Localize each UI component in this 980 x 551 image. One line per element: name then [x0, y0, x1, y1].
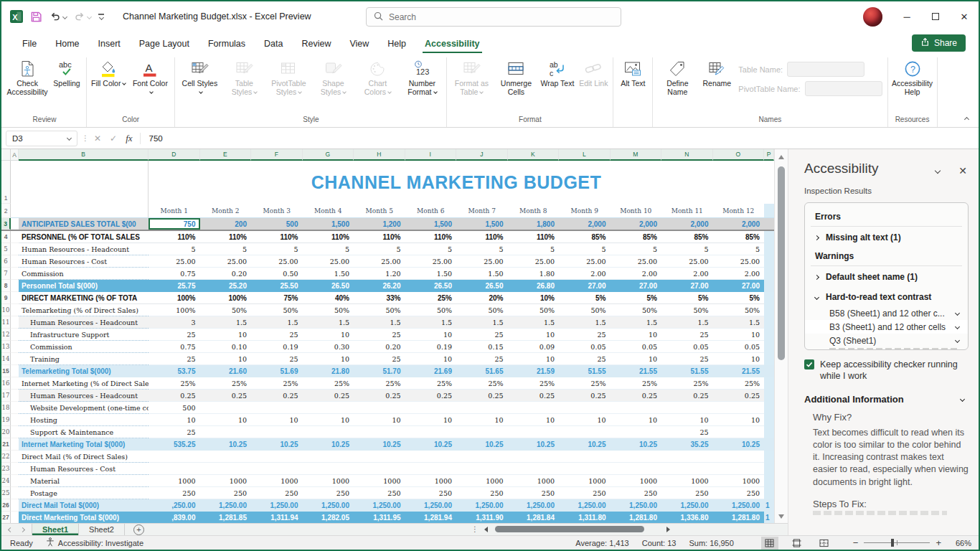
cell[interactable]: 10.25	[611, 438, 662, 451]
cell[interactable]: 1.5	[456, 316, 508, 329]
cell[interactable]	[354, 426, 405, 438]
cell-P18[interactable]	[764, 402, 774, 414]
cell[interactable]: 1.50	[456, 268, 508, 280]
month-header-5[interactable]: Month 5	[354, 204, 405, 218]
cell[interactable]: 1000	[251, 475, 303, 487]
spelling-button[interactable]: abcSpelling	[50, 57, 84, 89]
cell[interactable]: 0.30	[303, 341, 354, 353]
cell[interactable]: 50%	[303, 304, 354, 316]
cell[interactable]: 25	[251, 329, 303, 341]
month-header-1[interactable]: Month 1	[149, 204, 200, 218]
row-header-27[interactable]: 27	[1, 512, 11, 523]
column-header-O[interactable]: O	[713, 149, 765, 161]
cell[interactable]: 25.50	[251, 280, 303, 292]
cell[interactable]: 0.75	[149, 268, 200, 280]
cell[interactable]: 25%	[661, 377, 713, 390]
cell[interactable]: 10	[303, 329, 354, 341]
cell[interactable]: 10	[508, 329, 560, 341]
cell[interactable]	[200, 463, 252, 475]
column-header-F[interactable]: F	[251, 149, 303, 161]
tab-view[interactable]: View	[340, 34, 378, 55]
cell[interactable]: 535.25	[149, 438, 200, 451]
cell[interactable]: 10.25	[713, 438, 765, 451]
cell[interactable]: 0.05	[559, 341, 611, 353]
cell[interactable]	[354, 402, 405, 414]
share-button[interactable]: Share	[912, 34, 966, 52]
row-header-7[interactable]: 7	[1, 268, 11, 280]
column-header-P[interactable]: P	[764, 149, 774, 161]
error-item-missing-alt-text[interactable]: Missing alt text (1)	[805, 227, 968, 247]
cell-P15[interactable]	[764, 365, 774, 377]
cell-P12[interactable]	[764, 329, 774, 341]
cell-B10[interactable]: Telemarketing (% of Direct Sales)	[19, 304, 149, 316]
cell[interactable]: 25.00	[149, 255, 200, 268]
row-header-15[interactable]: 15	[1, 365, 11, 377]
row-header-5[interactable]: 5	[1, 243, 11, 255]
row-header-11[interactable]: 11	[1, 316, 11, 329]
cell[interactable]: 1.80	[508, 268, 560, 280]
cell[interactable]	[354, 463, 405, 475]
cell[interactable]: 50%	[559, 304, 611, 316]
sheet-nav-right-icon[interactable]	[20, 527, 25, 532]
cell[interactable]	[251, 426, 303, 438]
row-header-12[interactable]: 12	[1, 329, 11, 341]
cell[interactable]: 25.20	[200, 280, 252, 292]
cell[interactable]: 25.00	[200, 255, 252, 268]
cell-A4[interactable]	[11, 231, 19, 243]
cell[interactable]	[508, 426, 560, 438]
cell-A10[interactable]	[11, 304, 19, 316]
cell-A19[interactable]	[11, 414, 19, 426]
cell[interactable]: 35.25	[661, 438, 713, 451]
contrast-item-2[interactable]: B3 (Sheet1) and 12 other cells	[805, 320, 968, 334]
cell[interactable]: 10.25	[251, 438, 303, 451]
cell[interactable]: 110%	[303, 231, 354, 243]
cell[interactable]: 0.25	[559, 390, 611, 402]
cell[interactable]: 33%	[354, 292, 405, 304]
cell[interactable]	[713, 402, 765, 414]
new-sheet-button[interactable]: +	[133, 524, 144, 535]
cell[interactable]: 250	[456, 487, 508, 499]
cell-P21[interactable]	[764, 438, 774, 451]
cell[interactable]: 25.75	[149, 280, 200, 292]
cell-A20[interactable]	[11, 426, 19, 438]
cell[interactable]: 110%	[405, 231, 457, 243]
cell[interactable]: 0.05	[661, 341, 713, 353]
cell[interactable]: 10	[611, 353, 662, 365]
cell-B11[interactable]: Human Resources - Headcount	[19, 316, 149, 329]
cell-P20[interactable]	[764, 426, 774, 438]
cell[interactable]	[661, 463, 713, 475]
cell[interactable]: 10	[149, 414, 200, 426]
cell-A12[interactable]	[11, 329, 19, 341]
cell[interactable]: 25	[354, 329, 405, 341]
cell-P17[interactable]	[764, 390, 774, 402]
cell[interactable]	[303, 402, 354, 414]
cell-B23[interactable]: Human Resources - Cost	[19, 463, 149, 475]
pane-collapse-icon[interactable]	[935, 168, 941, 174]
cell-B18[interactable]: Website Development (one-time cost)	[19, 402, 149, 414]
column-header-B[interactable]: B	[19, 149, 149, 161]
cell[interactable]: 1,281.80	[611, 512, 662, 523]
search-box[interactable]	[366, 7, 621, 27]
cell-A23[interactable]	[11, 463, 19, 475]
cell[interactable]: 25%	[611, 377, 662, 390]
cell[interactable]: 1000	[149, 475, 200, 487]
cell[interactable]: 2,000	[611, 218, 662, 230]
cell[interactable]: 25.00	[508, 255, 560, 268]
cell[interactable]: 85%	[559, 231, 611, 243]
cell[interactable]: 0.25	[713, 390, 765, 402]
cell[interactable]: 5%	[713, 292, 765, 304]
cell[interactable]: 25	[149, 353, 200, 365]
cell[interactable]: 1,281.84	[508, 512, 560, 523]
cell[interactable]: 51.69	[251, 365, 303, 377]
additional-info-collapse-icon[interactable]	[960, 396, 965, 401]
enter-icon[interactable]: ✓	[110, 133, 117, 143]
cell[interactable]: 0.10	[200, 341, 252, 353]
cell[interactable]: 25	[661, 353, 713, 365]
cell[interactable]: 3	[149, 316, 200, 329]
cell[interactable]: 5	[611, 243, 662, 255]
cell-P7[interactable]	[764, 268, 774, 280]
cell[interactable]: 25%	[405, 377, 457, 390]
cell[interactable]: 20%	[456, 292, 508, 304]
cell[interactable]: 10	[303, 414, 354, 426]
cell[interactable]: 1000	[508, 475, 560, 487]
